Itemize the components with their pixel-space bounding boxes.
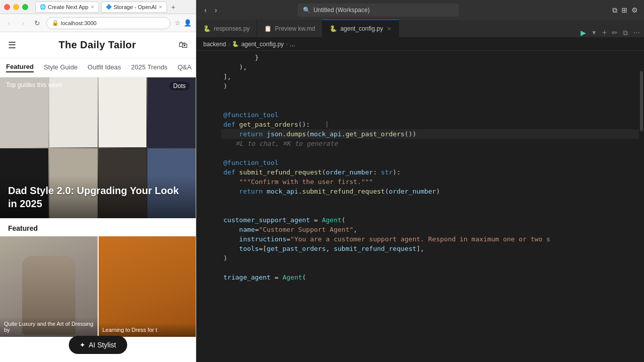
app-title: The Daily Tailor: [59, 39, 136, 51]
browser-tabs: 🌐 Create Next App ✕ 🔷 Storage - OpenAI ✕…: [35, 2, 192, 13]
hero-title: Dad Style 2.0: Upgrading Your Look in 20…: [8, 184, 188, 210]
tab-label-preview: Preview kw.md: [275, 25, 315, 32]
featured-label: Featured: [0, 218, 196, 236]
breadcrumb-sep-2: ›: [286, 41, 288, 48]
refresh-button[interactable]: ↻: [32, 19, 42, 27]
run-button[interactable]: ▶: [581, 29, 586, 37]
code-editor[interactable]: } ), ], ) @function_tool def get_past_or…: [196, 51, 644, 362]
tab-preview-kw[interactable]: 📋 Preview kw.md: [257, 20, 323, 37]
tab-icon-agent-config: 🐍: [330, 25, 337, 32]
card-image-2: [99, 236, 196, 337]
line-13: [196, 167, 221, 177]
code-line-5: [221, 91, 639, 101]
featured-card-1[interactable]: Quite Luxury and the Art of Dressing by: [0, 236, 98, 337]
code-line-17: [221, 206, 639, 215]
code-line-23: [221, 263, 639, 273]
split-view-button[interactable]: ⧉: [623, 29, 628, 37]
tab-icon: 🌐: [40, 4, 46, 10]
hero-dots-button[interactable]: Dots: [169, 81, 190, 90]
app-header: ☰ The Daily Tailor 🛍: [0, 32, 196, 58]
browser-tab-create-next[interactable]: 🌐 Create Next App ✕: [35, 2, 99, 13]
vscode-forward-button[interactable]: ›: [213, 4, 219, 16]
hamburger-menu[interactable]: ☰: [8, 40, 16, 51]
address-text: localhost:3000: [61, 20, 97, 26]
tab-responses[interactable]: 🐍 responses.py: [196, 20, 257, 37]
ai-stylist-label: AI Stylist: [89, 341, 116, 349]
browser-action-buttons: ☆ 👤: [175, 19, 192, 27]
new-tab-button[interactable]: +: [169, 3, 177, 11]
browser-address-bar: ‹ › ↻ 🔒 localhost:3000 ☆ 👤: [0, 14, 196, 32]
run-mode-button[interactable]: ▼: [591, 29, 597, 36]
more-actions-button[interactable]: ⋯: [633, 29, 640, 37]
vscode-search-icon: 🔍: [303, 7, 310, 14]
vscode-workspace-title: Untitled (Workspace): [313, 7, 370, 14]
code-line-12: @function_tool: [221, 158, 639, 167]
editor-scrollbar[interactable]: [639, 51, 644, 362]
breadcrumb-backend[interactable]: backend: [203, 41, 226, 48]
maximize-traffic-light[interactable]: [22, 4, 28, 10]
split-editor-icon[interactable]: ⧉: [612, 6, 617, 15]
ai-stylist-button[interactable]: ✦ AI Stylist: [68, 336, 127, 354]
minimize-traffic-light[interactable]: [13, 4, 19, 10]
line-19: [196, 225, 221, 234]
line-3: [196, 72, 221, 81]
mac-titlebar: 🌐 Create Next App ✕ 🔷 Storage - OpenAI ✕…: [0, 0, 196, 14]
code-line-11: [221, 148, 639, 158]
nav-item-2025-trends[interactable]: 2025 Trends: [131, 63, 168, 72]
bookmark-icon[interactable]: ☆: [175, 19, 181, 27]
format-button[interactable]: ✏: [612, 29, 618, 37]
address-bar[interactable]: 🔒 localhost:3000: [46, 17, 171, 29]
tab-label-agent-config: agent_config.py: [340, 25, 383, 32]
browser-tab-storage[interactable]: 🔷 Storage - OpenAI ✕: [101, 2, 168, 13]
line-5: [196, 91, 221, 101]
line-17: [196, 206, 221, 215]
forward-button[interactable]: ›: [18, 19, 28, 27]
app-navigation: Featured Style Guide Outfit Ideas 2025 T…: [0, 58, 196, 77]
code-line-6: [221, 101, 639, 110]
code-line-1: }: [221, 53, 639, 62]
tab-close-agent-config[interactable]: ✕: [387, 26, 391, 32]
line-11: [196, 148, 221, 158]
code-line-15: return mock_api.submit_refund_request(or…: [221, 187, 639, 196]
hero-section: Top guides this week Dots Dad Style 2.0:…: [0, 77, 196, 218]
code-line-9: return json.dumps(mock_api.get_past_orde…: [221, 129, 639, 139]
close-traffic-light[interactable]: [4, 4, 10, 10]
code-line-14: """Confirm with the user first.""": [221, 177, 639, 187]
add-button[interactable]: +: [602, 28, 607, 37]
code-line-4: ): [221, 81, 639, 91]
tab-close-btn[interactable]: ✕: [91, 5, 95, 10]
tab-icon-responses: 🐍: [203, 25, 211, 32]
browser-panel: 🌐 Create Next App ✕ 🔷 Storage - OpenAI ✕…: [0, 0, 196, 362]
editor-layout-icon[interactable]: ⊞: [621, 6, 627, 14]
settings-icon[interactable]: ⚙: [631, 6, 638, 14]
card-caption-1: Quite Luxury and the Art of Dressing by: [0, 317, 98, 337]
nav-item-featured[interactable]: Featured: [6, 63, 34, 72]
code-line-7: @function_tool: [221, 110, 639, 120]
scrollbar-thumb[interactable]: [640, 71, 643, 131]
vscode-search-bar[interactable]: 🔍 Untitled (Workspace): [298, 4, 459, 17]
breadcrumb-file[interactable]: 🐍 agent_config.py: [232, 41, 284, 48]
tab-agent-config[interactable]: 🐍 agent_config.py ✕: [323, 20, 399, 37]
code-line-18: customer_support_agent = Agent(: [221, 215, 639, 225]
line-12: [196, 158, 221, 167]
nav-item-qa[interactable]: Q&A: [178, 63, 191, 72]
code-line-19: name="Customer Support Agent",: [221, 225, 639, 234]
tab-icon-storage: 🔷: [106, 4, 112, 10]
bag-icon[interactable]: 🛍: [179, 40, 188, 50]
vscode-titlebar: ‹ › 🔍 Untitled (Workspace) ⧉ ⊞ ⚙: [196, 0, 644, 20]
card-caption-text-2: Learning to Dress for t: [103, 327, 157, 333]
editor-gutter: [196, 51, 221, 362]
breadcrumb-symbol[interactable]: ...: [290, 41, 295, 48]
tab-close-storage[interactable]: ✕: [158, 5, 163, 10]
line-23: [196, 263, 221, 273]
ai-star-icon: ✦: [79, 341, 86, 349]
nav-item-style-guide[interactable]: Style Guide: [44, 63, 77, 72]
breadcrumb-file-icon: 🐍: [232, 41, 239, 47]
nav-item-outfit-ideas[interactable]: Outfit Ideas: [88, 63, 121, 72]
featured-card-2[interactable]: Learning to Dress for t: [99, 236, 196, 337]
vscode-back-button[interactable]: ‹: [202, 4, 209, 16]
profile-icon[interactable]: 👤: [184, 19, 192, 27]
code-line-10: ⌘L to chat, ⌘K to generate: [221, 139, 639, 148]
back-button[interactable]: ‹: [4, 19, 14, 27]
line-21: [196, 244, 221, 253]
